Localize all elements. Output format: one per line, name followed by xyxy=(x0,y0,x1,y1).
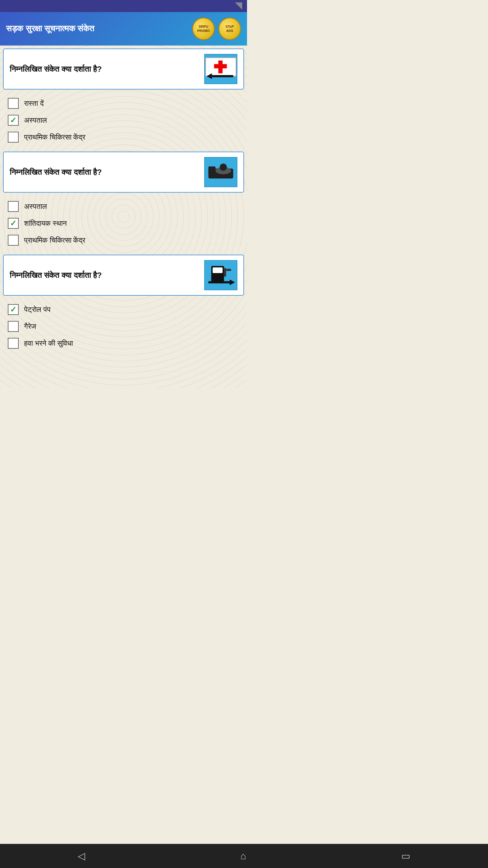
question-card-1: निम्नलिखित संकेत क्या दर्शाता है? xyxy=(3,49,244,90)
option-row: हवा भरने की सुविधा xyxy=(6,335,241,352)
question-text-2: निम्नलिखित संकेत क्या दर्शाता है? xyxy=(10,167,199,177)
option-row: ✓ अस्पताल xyxy=(6,112,241,129)
svg-rect-14 xyxy=(226,269,231,271)
fuel-sign-svg xyxy=(205,261,237,289)
checkbox-q3-opt2[interactable] xyxy=(8,321,19,332)
svg-rect-16 xyxy=(208,281,230,283)
signal-icon xyxy=(235,2,242,10)
rest-sign-svg xyxy=(205,158,237,186)
header-buttons: DRPU PROMO SToP ADS xyxy=(192,18,241,40)
sign-image-3 xyxy=(204,260,237,290)
option-row: प्राथमिक चिकित्सा केंद्र xyxy=(6,129,241,146)
app-header: सड़क सुरक्षा सूचनात्मक संकेत DRPU PROMO … xyxy=(0,12,247,45)
svg-rect-7 xyxy=(208,166,216,174)
checkbox-q2-opt1[interactable] xyxy=(8,201,19,212)
checkbox-q1-opt2[interactable]: ✓ xyxy=(8,115,19,126)
option-row: अस्पताल xyxy=(6,198,241,215)
question-text-1: निम्नलिखित संकेत क्या दर्शाता है? xyxy=(10,64,199,74)
drpu-promo-button[interactable]: DRPU PROMO xyxy=(192,18,215,40)
option-label-q2-opt2: शांतिदायक स्थान xyxy=(24,219,67,227)
option-label-q3-opt3: हवा भरने की सुविधा xyxy=(24,339,73,347)
hospital-sign-svg xyxy=(205,55,237,83)
options-section-2: अस्पताल ✓ शांतिदायक स्थान प्राथमिक चिकित… xyxy=(3,197,244,255)
question-card-2: निम्नलिखित संकेत क्या दर्शाता है? xyxy=(3,152,244,193)
checkmark-icon: ✓ xyxy=(10,219,17,227)
svg-rect-4 xyxy=(212,75,233,77)
option-label-q3-opt1: पेट्रोल पंप xyxy=(24,305,51,314)
option-label-q1-opt1: रास्ता दें xyxy=(24,99,44,107)
sign-image-1 xyxy=(204,54,237,84)
drpu-promo-label: DRPU PROMO xyxy=(197,25,210,33)
checkbox-q3-opt3[interactable] xyxy=(8,338,19,349)
option-row: प्राथमिक चिकित्सा केंद्र xyxy=(6,232,241,249)
options-section-3: ✓ पेट्रोल पंप गैरेज हवा भरने की सुविधा xyxy=(3,300,244,358)
checkbox-q2-opt2[interactable]: ✓ xyxy=(8,218,19,229)
svg-point-9 xyxy=(220,164,227,171)
svg-rect-13 xyxy=(224,268,226,276)
checkbox-q1-opt3[interactable] xyxy=(8,132,19,143)
checkbox-q2-opt3[interactable] xyxy=(8,235,19,246)
option-label-q3-opt2: गैरेज xyxy=(24,322,36,331)
option-label-q2-opt3: प्राथमिक चिकित्सा केंद्र xyxy=(24,236,85,244)
option-row: ✓ शांतिदायक स्थान xyxy=(6,215,241,232)
checkbox-q3-opt1[interactable]: ✓ xyxy=(8,304,19,315)
checkbox-q1-opt1[interactable] xyxy=(8,98,19,109)
question-card-3: निम्नलिखित संकेत क्या दर्शाता है? xyxy=(3,255,244,296)
checkmark-icon: ✓ xyxy=(10,116,17,124)
content-area: निम्नलिखित संकेत क्या दर्शाता है? रास्ता… xyxy=(0,45,247,388)
sign-image-2 xyxy=(204,157,237,187)
checkmark-icon: ✓ xyxy=(10,306,17,313)
options-section-1: रास्ता दें ✓ अस्पताल प्राथमिक चिकित्सा क… xyxy=(3,94,244,152)
app-title: सड़क सुरक्षा सूचनात्मक संकेत xyxy=(6,24,94,34)
question-text-3: निम्नलिखित संकेत क्या दर्शाता है? xyxy=(10,271,199,280)
svg-rect-2 xyxy=(214,64,227,68)
option-row: गैरेज xyxy=(6,318,241,335)
svg-rect-12 xyxy=(213,267,223,273)
option-row: रास्ता दें xyxy=(6,95,241,112)
option-label-q1-opt3: प्राथमिक चिकित्सा केंद्र xyxy=(24,133,85,141)
option-label-q1-opt2: अस्पताल xyxy=(24,116,47,124)
stop-ads-button[interactable]: SToP ADS xyxy=(218,18,241,40)
option-label-q2-opt1: अस्पताल xyxy=(24,202,47,211)
status-bar xyxy=(0,0,247,12)
stop-ads-label: SToP ADS xyxy=(226,25,234,33)
option-row: ✓ पेट्रोल पंप xyxy=(6,301,241,318)
